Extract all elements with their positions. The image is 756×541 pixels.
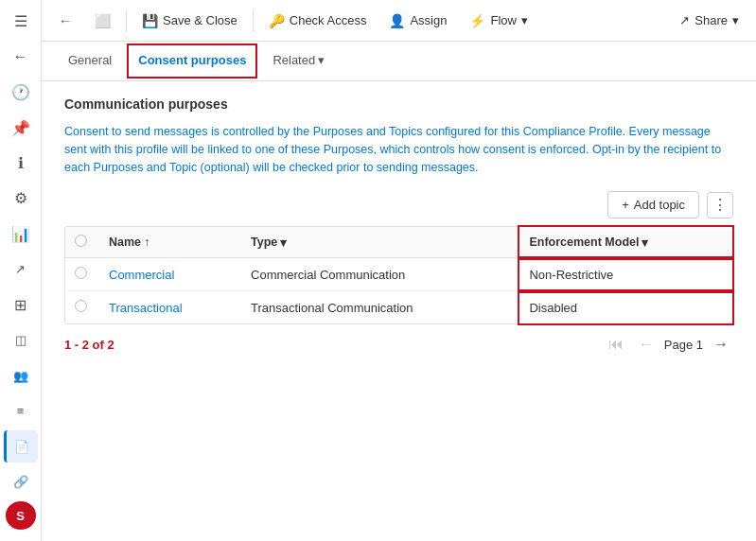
row-enforcement: Disabled — [519, 291, 732, 324]
share-button[interactable]: ↗ Share ▾ — [670, 9, 748, 32]
check-access-label: Check Access — [290, 13, 367, 27]
page-range: 1 - 2 of 2 — [64, 338, 114, 352]
grid-icon[interactable]: ⊞ — [4, 289, 38, 321]
add-topic-label: Add topic — [634, 198, 685, 212]
link-icon[interactable]: 🔗 — [4, 466, 38, 497]
divider-2 — [253, 9, 254, 32]
select-all-radio[interactable] — [75, 235, 87, 247]
section-title: Communication purposes — [64, 96, 733, 112]
back-arrow-icon: ← — [59, 13, 72, 28]
list-icon[interactable]: ≡ — [4, 395, 38, 427]
description-text: Consent to send messages is controlled b… — [64, 123, 733, 176]
tab-general[interactable]: General — [57, 44, 123, 79]
col-enforcement-header[interactable]: Enforcement Model ▾ — [519, 227, 732, 258]
data-table: Name ↑ Type ▾ Enforcemen — [64, 226, 733, 324]
people-icon[interactable]: 👥 — [4, 360, 38, 392]
enforcement-dropdown-icon: ▾ — [642, 236, 648, 250]
page-label: Page 1 — [664, 338, 703, 352]
first-page-button[interactable]: ⏮ — [604, 334, 628, 355]
key-icon: 🔑 — [269, 13, 285, 28]
row-radio[interactable] — [75, 267, 87, 279]
share-label: Share — [694, 13, 728, 27]
row-type: Commercial Communication — [241, 258, 519, 291]
col-name-header[interactable]: Name ↑ — [99, 227, 241, 258]
share-icon: ↗ — [679, 13, 690, 27]
flow-button[interactable]: ⚡ Flow ▾ — [460, 9, 536, 33]
col-select-header — [65, 227, 99, 258]
row-radio[interactable] — [75, 300, 87, 312]
add-topic-row: + Add topic ⋮ — [64, 191, 733, 218]
assign-button[interactable]: 👤 Assign — [379, 9, 456, 33]
save-close-button[interactable]: 💾 Save & Close — [132, 9, 247, 33]
col-type-header[interactable]: Type ▾ — [241, 227, 519, 258]
sidebar: ☰ ← 🕐 📌 ℹ ⚙ 📊 ↗ ⊞ ◫ 👥 ≡ 📄 🔗 S — [0, 0, 42, 541]
row-enforcement: Non-Restrictive — [519, 258, 732, 291]
row-name[interactable]: Commercial — [99, 258, 241, 291]
pagination: 1 - 2 of 2 ⏮ ← Page 1 → — [64, 324, 733, 358]
check-access-button[interactable]: 🔑 Check Access — [259, 9, 377, 33]
tabs: General Consent purposes Related ▾ — [42, 42, 756, 81]
tab-related[interactable]: Related ▾ — [261, 44, 336, 79]
assign-label: Assign — [410, 13, 447, 27]
clock-icon[interactable]: 🕐 — [4, 77, 38, 108]
flow-label: Flow — [490, 13, 516, 27]
back-icon[interactable]: ← — [4, 41, 38, 72]
flow-icon: ⚡ — [469, 13, 485, 28]
tag-icon[interactable]: ◫ — [4, 324, 38, 356]
restore-icon: ⬜ — [95, 13, 111, 28]
table-row: CommercialCommercial CommunicationNon-Re… — [65, 258, 732, 291]
more-options-button[interactable]: ⋮ — [707, 192, 733, 218]
type-dropdown-icon: ▾ — [280, 236, 287, 250]
graph-icon[interactable]: ↗ — [4, 253, 38, 285]
share-dropdown-icon: ▾ — [732, 13, 739, 27]
row-name[interactable]: Transactional — [99, 291, 241, 324]
chart-icon[interactable]: 📊 — [4, 218, 38, 250]
back-button[interactable]: ← — [49, 9, 81, 33]
sort-asc-icon: ↑ — [144, 236, 149, 249]
save-icon: 💾 — [142, 13, 158, 28]
content-area: Communication purposes Consent to send m… — [42, 81, 756, 541]
ellipsis-icon: ⋮ — [712, 196, 728, 214]
avatar[interactable]: S — [6, 501, 36, 530]
page-nav: ⏮ ← Page 1 → — [604, 334, 733, 355]
main-panel: ← ⬜ 💾 Save & Close 🔑 Check Access 👤 Assi… — [42, 0, 756, 541]
row-type: Transactional Communication — [241, 291, 519, 324]
info-icon[interactable]: ℹ — [4, 148, 38, 179]
menu-icon[interactable]: ☰ — [4, 6, 38, 37]
file-icon[interactable]: 📄 — [4, 430, 38, 462]
prev-page-button[interactable]: ← — [634, 334, 659, 355]
plus-icon: + — [622, 198, 629, 212]
divider-1 — [126, 9, 127, 32]
add-topic-button[interactable]: + Add topic — [607, 191, 699, 218]
next-page-button[interactable]: → — [709, 334, 733, 355]
toolbar: ← ⬜ 💾 Save & Close 🔑 Check Access 👤 Assi… — [42, 0, 756, 42]
gear-icon[interactable]: ⚙ — [4, 183, 38, 214]
row-select — [65, 258, 99, 291]
tab-consent-purposes[interactable]: Consent purposes — [127, 44, 257, 79]
restore-button[interactable]: ⬜ — [85, 9, 120, 33]
table-row: TransactionalTransactional Communication… — [65, 291, 732, 324]
pin-icon[interactable]: 📌 — [4, 112, 38, 143]
assign-icon: 👤 — [389, 13, 405, 28]
flow-dropdown-icon: ▾ — [521, 13, 528, 27]
row-select — [65, 291, 99, 324]
related-dropdown-icon: ▾ — [318, 53, 325, 67]
save-close-label: Save & Close — [163, 13, 237, 27]
